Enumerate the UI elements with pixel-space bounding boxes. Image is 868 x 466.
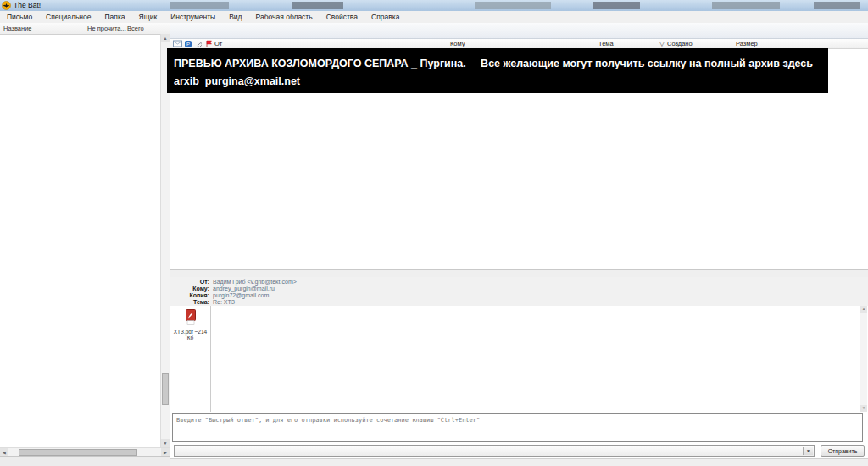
- pdf-attachment-icon[interactable]: [184, 309, 198, 325]
- scroll-down-icon[interactable]: ▼: [860, 405, 867, 412]
- banner-text-line1: ПРЕВЬЮ АРХИВА КОЗЛОМОРДОГО СЕПАРА _ Пург…: [174, 58, 813, 69]
- background-window-fragment: [475, 2, 551, 9]
- folder-tree: [0, 34, 159, 447]
- menu-item[interactable]: Специальное: [39, 11, 97, 23]
- sidebar-tabs: [0, 456, 170, 466]
- subject-value: Re: ХТЗ: [213, 299, 235, 306]
- menu-item[interactable]: Свойства: [320, 11, 364, 23]
- header-from: От: Вадим Гриб <v.grib@tekt.com>: [170, 279, 764, 286]
- background-window-fragment: [170, 2, 229, 9]
- to-value: andrey_purgin@mail.ru: [213, 286, 275, 292]
- the-bat-app-icon: [2, 1, 11, 10]
- scroll-up-icon[interactable]: ▲: [860, 306, 867, 313]
- scrollbar-thumb[interactable]: [19, 449, 137, 456]
- background-window-fragment: [292, 2, 343, 9]
- send-row: ▼ Отправить: [172, 444, 866, 458]
- reply-template-dropdown[interactable]: ▼: [174, 445, 815, 457]
- to-label: Кому:: [192, 286, 209, 292]
- background-window-fragment: [593, 2, 640, 9]
- header-to: Кому: andrey_purgin@mail.ru: [170, 286, 764, 292]
- column-created[interactable]: Создано: [667, 40, 693, 47]
- scrollbar-thumb[interactable]: [162, 373, 169, 405]
- column-total[interactable]: Всего: [127, 25, 144, 32]
- menu-item[interactable]: Письмо: [0, 11, 39, 23]
- cc-value: purgin72@gmail.com: [213, 292, 269, 299]
- banner-text-line2: arxib_purgina@xmail.net: [174, 75, 300, 87]
- send-button[interactable]: Отправить: [821, 445, 865, 457]
- menu-item[interactable]: Ящик: [132, 11, 164, 23]
- attachment-pane: ХТЗ.pdf ~214 Кб: [170, 306, 211, 412]
- column-to[interactable]: Кому: [450, 40, 465, 47]
- from-label: От:: [200, 279, 209, 286]
- subject-label: Тема:: [193, 299, 209, 306]
- message-body-pane: ХТЗ.pdf ~214 Кб ▲ ▼: [170, 306, 868, 412]
- background-window-fragment: [712, 2, 780, 9]
- column-from[interactable]: От: [214, 40, 222, 47]
- main-toolbar: [170, 23, 868, 39]
- title-bar[interactable]: The Bat!: [0, 0, 868, 12]
- folder-list-header[interactable]: Название Не прочита... Всего: [0, 23, 170, 35]
- menu-item[interactable]: Папка: [97, 11, 131, 23]
- overlay-banner: ПРЕВЬЮ АРХИВА КОЗЛОМОРДОГО СЕПАРА _ Пург…: [167, 48, 828, 93]
- menu-item[interactable]: Вид: [222, 11, 248, 23]
- quick-reply-input[interactable]: [173, 414, 862, 441]
- header-subject: Тема: Re: ХТЗ: [170, 299, 764, 306]
- background-window-fragment: [814, 2, 860, 9]
- chevron-down-icon[interactable]: ▼: [803, 447, 813, 455]
- column-unread[interactable]: Не прочита...: [87, 25, 126, 32]
- scroll-down-icon[interactable]: ▼: [161, 439, 170, 447]
- menu-item[interactable]: Справка: [364, 11, 406, 23]
- column-name[interactable]: Название: [3, 25, 32, 32]
- header-cc: Копия: purgin72@gmail.com: [170, 292, 764, 299]
- sidebar-vertical-scrollbar[interactable]: ▲ ▼: [160, 34, 170, 447]
- sort-indicator-icon: ▽: [659, 40, 665, 47]
- message-headers-pane: От: Вадим Гриб <v.grib@tekt.com> Кому: a…: [170, 277, 868, 307]
- column-subject[interactable]: Тема: [598, 40, 614, 47]
- attachment-name[interactable]: ХТЗ.pdf ~214 Кб: [170, 328, 210, 341]
- menu-item[interactable]: Рабочая область: [249, 11, 320, 23]
- message-list: [170, 93, 868, 269]
- body-scrollbar[interactable]: ▲ ▼: [860, 306, 867, 412]
- cc-label: Копия:: [190, 292, 210, 299]
- from-value: Вадим Гриб <v.grib@tekt.com>: [213, 279, 297, 286]
- menu-bar: ПисьмоСпециальноеПапкаЯщикИнструментыВид…: [0, 11, 868, 24]
- column-size[interactable]: Размер: [736, 40, 758, 47]
- quick-reply-box: [172, 413, 863, 442]
- scroll-up-icon[interactable]: ▲: [161, 34, 170, 42]
- app-window: The Bat! ПисьмоСпециальноеПапкаЯщикИнстр…: [0, 0, 868, 466]
- window-title: The Bat!: [14, 1, 41, 9]
- folder-sidebar: Название Не прочита... Всего ▲ ▼ ◀ ▶: [0, 23, 170, 466]
- menu-item[interactable]: Инструменты: [164, 11, 222, 23]
- status-bar: [170, 458, 868, 466]
